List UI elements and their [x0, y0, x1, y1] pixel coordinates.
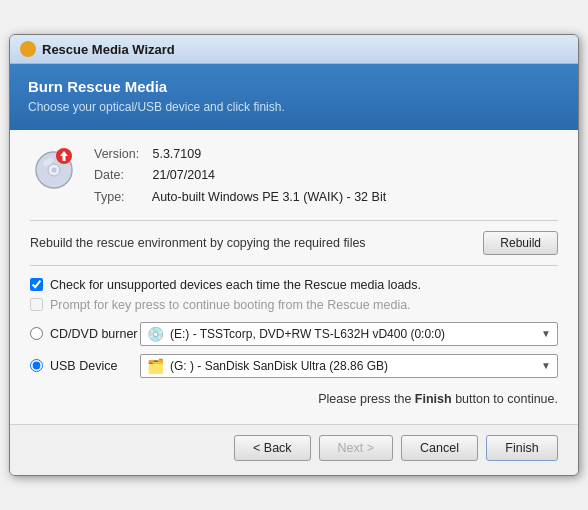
usb-dropdown[interactable]: 🗂️ (G: ) - SanDisk SanDisk Ultra (28.86 … — [140, 354, 558, 378]
checkbox1-row: Check for unsupported devices each time … — [30, 278, 558, 292]
cd-dropdown[interactable]: 💿 (E:) - TSSTcorp, DVD+RW TS-L632H vD400… — [140, 322, 558, 346]
header-band: Burn Rescue Media Choose your optical/US… — [10, 64, 578, 130]
options-section: Check for unsupported devices each time … — [30, 278, 558, 312]
date-label: Date: — [94, 165, 149, 186]
back-button[interactable]: < Back — [234, 435, 311, 461]
usb-dropdown-inner: 🗂️ (G: ) - SanDisk SanDisk Ultra (28.86 … — [147, 358, 537, 374]
title-bar: Rescue Media Wizard — [10, 35, 578, 64]
cancel-button[interactable]: Cancel — [401, 435, 478, 461]
next-button[interactable]: Next > — [319, 435, 393, 461]
cd-chevron-down-icon: ▼ — [541, 328, 551, 339]
disk-icon — [30, 144, 78, 192]
checkbox2-label: Prompt for key press to continue booting… — [50, 298, 411, 312]
checkbox1-input[interactable] — [30, 278, 43, 291]
wizard-window: Rescue Media Wizard Burn Rescue Media Ch… — [9, 34, 579, 476]
cd-dropdown-inner: 💿 (E:) - TSSTcorp, DVD+RW TS-L632H vD400… — [147, 326, 537, 342]
version-info: Version: 5.3.7109 Date: 21/07/2014 Type:… — [94, 144, 386, 208]
usb-dropdown-text: (G: ) - SanDisk SanDisk Ultra (28.86 GB) — [170, 359, 537, 373]
usb-chevron-down-icon: ▼ — [541, 360, 551, 371]
usb-label: USB Device — [50, 359, 140, 373]
window-title: Rescue Media Wizard — [42, 42, 175, 57]
type-value: Auto-built Windows PE 3.1 (WAIK) - 32 Bi… — [152, 190, 386, 204]
finish-hint-before: Please press the — [318, 392, 415, 406]
info-section: Version: 5.3.7109 Date: 21/07/2014 Type:… — [30, 144, 558, 208]
cd-dropdown-text: (E:) - TSSTcorp, DVD+RW TS-L632H vD400 (… — [170, 327, 537, 341]
version-value: 5.3.7109 — [152, 147, 201, 161]
cd-radio[interactable] — [30, 327, 43, 340]
cd-dvd-row: CD/DVD burner 💿 (E:) - TSSTcorp, DVD+RW … — [30, 322, 558, 346]
finish-hint-bold: Finish — [415, 392, 452, 406]
usb-drive-icon: 🗂️ — [147, 358, 164, 374]
rebuild-text: Rebuild the rescue environment by copyin… — [30, 236, 366, 250]
rebuild-section: Rebuild the rescue environment by copyin… — [30, 220, 558, 266]
finish-hint: Please press the Finish button to contin… — [30, 386, 558, 406]
checkbox2-row: Prompt for key press to continue booting… — [30, 298, 558, 312]
date-value: 21/07/2014 — [152, 168, 215, 182]
window-icon — [20, 41, 36, 57]
svg-point-2 — [52, 168, 57, 173]
usb-row: USB Device 🗂️ (G: ) - SanDisk SanDisk Ul… — [30, 354, 558, 378]
cd-label: CD/DVD burner — [50, 327, 140, 341]
checkbox2-input[interactable] — [30, 298, 43, 311]
page-title: Burn Rescue Media — [28, 78, 560, 95]
type-label: Type: — [94, 187, 149, 208]
rebuild-button[interactable]: Rebuild — [483, 231, 558, 255]
usb-radio[interactable] — [30, 359, 43, 372]
version-label: Version: — [94, 144, 149, 165]
main-content: Version: 5.3.7109 Date: 21/07/2014 Type:… — [10, 130, 578, 424]
checkbox1-label: Check for unsupported devices each time … — [50, 278, 421, 292]
finish-button[interactable]: Finish — [486, 435, 558, 461]
page-subtitle: Choose your optical/USB device and click… — [28, 100, 560, 114]
finish-hint-after: button to continue. — [452, 392, 558, 406]
cd-drive-icon: 💿 — [147, 326, 164, 342]
footer: < Back Next > Cancel Finish — [10, 424, 578, 475]
